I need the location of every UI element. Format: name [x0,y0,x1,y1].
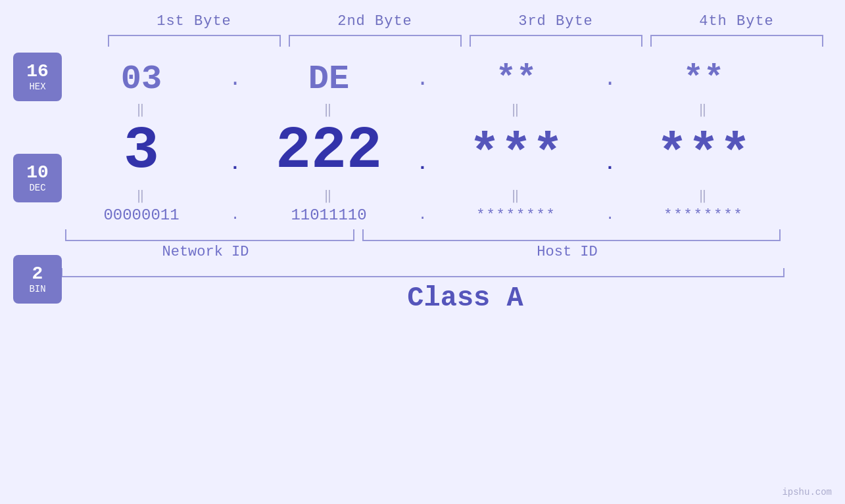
class-label: Class A [104,283,827,314]
dec-dot-1: . [222,154,249,174]
network-bracket [65,229,354,241]
top-brackets [104,35,827,47]
bin-row: 00000011 . 11011110 . ******** . *******… [61,206,785,224]
col-header-3: 3rd Byte [466,13,646,30]
class-bracket-row [61,268,785,277]
bracket-1 [108,35,281,47]
hex-dot-3: . [597,67,623,91]
bottom-brackets [61,229,785,241]
bin-val-4: ******** [623,207,785,223]
hex-val-4: ** [623,60,785,99]
bin-val-3: ******** [436,207,597,223]
col-header-1: 1st Byte [104,13,285,30]
network-id-label: Network ID [61,244,350,260]
bin-dot-1: . [222,207,249,223]
watermark: ipshu.com [782,487,832,497]
hex-dot-1: . [222,67,249,91]
dec-dot-3: . [597,154,623,174]
hex-val-1: 03 [61,60,222,99]
hex-val-3: ** [436,60,597,99]
bracket-2 [289,35,462,47]
main-container: 1st Byte 2nd Byte 3rd Byte 4th Byte 03 .… [0,0,845,504]
bracket-3 [470,35,642,47]
bracket-4 [650,35,823,47]
badge-hex: 16 HEX [13,53,62,101]
host-id-label: Host ID [350,244,785,260]
dec-row: 3 . 222 . *** . *** [61,118,785,185]
dec-val-2: 222 [249,118,410,185]
bin-dot-2: . [410,207,436,223]
dec-val-4: *** [623,125,785,185]
hex-dot-2: . [410,67,436,91]
hex-val-2: DE [249,60,410,99]
bin-val-2: 11011110 [249,206,410,224]
class-bracket [61,268,785,277]
bin-dot-3: . [597,207,623,223]
dec-dot-2: . [410,154,436,174]
hex-row: 03 . DE . ** . ** [61,60,785,99]
equals-row-1: ‖ ‖ ‖ ‖ [61,101,785,118]
badge-dec: 10 DEC [13,154,62,202]
bin-val-1: 00000011 [61,206,222,224]
column-headers: 1st Byte 2nd Byte 3rd Byte 4th Byte [104,13,827,30]
host-bracket [362,229,781,241]
dec-val-3: *** [436,125,597,185]
id-labels: Network ID Host ID [61,244,785,260]
col-header-2: 2nd Byte [285,13,466,30]
col-header-4: 4th Byte [646,13,827,30]
badge-bin: 2 BIN [13,255,62,304]
equals-row-2: ‖ ‖ ‖ ‖ [61,187,785,204]
badges-column: 16 HEX 10 DEC 2 BIN [13,53,62,304]
dec-val-1: 3 [61,118,222,185]
